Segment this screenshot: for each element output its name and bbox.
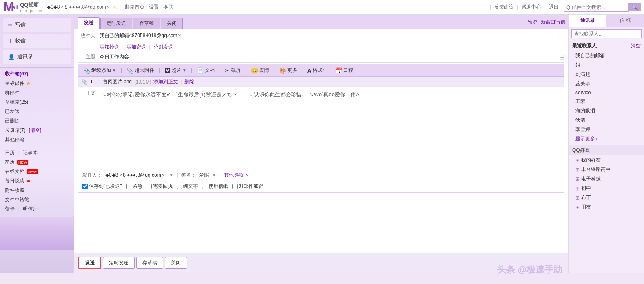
opt-encrypt[interactable]: 对邮件加密 [232,183,263,190]
opt-save-sent-checkbox[interactable] [82,184,88,189]
sidebar-inbox[interactable]: 收件箱(67) [0,69,74,79]
notes-label: 记事本 [23,149,38,156]
contact-5[interactable]: 王豪 [569,97,644,106]
photo-label: 照片 [171,67,181,74]
compose-top-right: 预览 新窗口写信 [528,19,565,27]
warn-icon: ⚠ [113,4,117,10]
qq-group-4[interactable]: ⊞ 布丁 [569,193,644,202]
tab-scheduled[interactable]: 定时发送 [100,18,132,29]
photo-icon: 🖼 [164,67,170,74]
contact-2[interactable]: 刘满超 [569,70,644,79]
sidebar-groups[interactable]: 群邮件 [0,88,74,98]
sidebar-starred[interactable]: 星标邮件 ★ [0,79,74,88]
qq-group-3[interactable]: ⊞ 初中 [569,184,644,193]
separate-send-link[interactable]: 分别发送 [153,44,173,50]
sidebar-trash[interactable]: 已删除 [0,116,74,126]
sidebar-greeting[interactable]: 贺卡 ｜ 明信片 [0,204,74,214]
doc-btn[interactable]: 📄 文档 [195,66,216,75]
sidebar-drafts[interactable]: 草稿箱(25) [0,98,74,107]
add-to-body-link[interactable]: 添加到正文 [153,78,178,85]
contact-search-input[interactable] [571,29,642,38]
delete-attachment-link[interactable]: 删除 [184,78,194,85]
write-button[interactable]: ✏ 写信 [3,18,71,32]
nav-home[interactable]: 邮箱首页 [125,4,144,11]
calendar-btn[interactable]: 📅 日程 [333,66,355,75]
sidebar-resume[interactable]: 简历 NEW [0,158,74,167]
opt-stationery[interactable]: 使用信纸 [202,183,228,190]
receive-button[interactable]: ⬇ 收信 [3,34,71,48]
opt-urgent[interactable]: 紧急 [126,183,142,190]
show-more-contacts[interactable]: 显示更多↓ [569,134,644,144]
opt-encrypt-checkbox[interactable] [232,184,238,189]
tab-send[interactable]: 发送 [78,17,100,29]
search-input[interactable] [564,3,629,12]
opt-save-sent[interactable]: 保存到"已发送" [82,183,122,190]
emoji-btn[interactable]: 😊 表情 [249,66,271,75]
search-button[interactable]: 🔍 [629,3,641,11]
online-doc-label: 在线文档 [5,168,24,175]
body-editor[interactable]: ↘对你の承诺,爱你永远不变✔ `生命最后(1)秒还是メち;? ↘.认识你此生都会… [98,87,564,169]
sign-dropdown-icon[interactable]: ▼ [212,173,216,178]
tab-stationery[interactable]: 信 纸 [606,15,644,27]
action-sep-8 [330,68,330,73]
other-options-link[interactable]: 其他选项 ∧ [224,172,249,179]
sidebar-online-doc[interactable]: 在线文档 NEW [0,167,74,176]
nav-skin[interactable]: 换肤 [163,4,173,11]
contact-service[interactable]: service [569,89,644,97]
contact-7[interactable]: 狄洁 [569,115,644,125]
qq-group-0[interactable]: ⊞ 我的好友 [569,155,644,165]
opt-plain-text[interactable]: 纯文本 [177,183,198,190]
contact-6[interactable]: 海的眼泪 [569,106,644,115]
tab-close[interactable]: 关闭 [161,18,183,29]
sidebar-sent[interactable]: 已发送 [0,107,74,116]
grid-icon[interactable]: ⊞ [559,53,564,61]
add-bcc-link[interactable]: 添加密送 [127,44,146,50]
bottom-close-button[interactable]: 关闭 [165,257,187,269]
clear-button[interactable]: 清空 [631,42,641,49]
sidebar-junk[interactable]: 垃圾箱(7) [清空] [0,126,74,135]
opt-receipt-checkbox[interactable] [147,184,152,189]
continue-add-btn[interactable]: 📎 继续添加 ▼ [82,66,118,75]
sidebar-other-mail[interactable]: 其他邮箱 [0,135,74,144]
sidebar-attachments[interactable]: 附件收藏 [0,186,74,195]
contacts-sidebar-button[interactable]: 👤 通讯录 [3,50,71,64]
add-cc-link[interactable]: 添加抄送 [100,44,119,50]
bottom-draft-button[interactable]: 存草稿 [136,257,163,269]
contact-8[interactable]: 李雪娇 [569,125,644,134]
newwin-link[interactable]: 新窗口写信 [541,19,565,26]
opt-urgent-checkbox[interactable] [126,184,131,189]
sender-dropdown-icon[interactable]: ▼ [169,173,173,178]
sidebar-daily-read[interactable]: 每日悦读 [0,176,74,186]
screenshot-btn[interactable]: ✂ 截屏 [223,66,242,75]
opt-plain-text-checkbox[interactable] [177,184,182,189]
logout-link[interactable]: 退出 [549,4,559,11]
qq-group-5[interactable]: ⊞ 朋友 [569,202,644,212]
photo-btn[interactable]: 🖼 照片 ▼ [163,66,188,75]
format-btn[interactable]: A 格式↑ [306,66,326,75]
contact-3[interactable]: 蓝美珍 [569,79,644,89]
sign-sep: | [220,173,221,178]
preview-link[interactable]: 预览 [528,19,537,26]
qq-group-2[interactable]: ⊞ 电子科技 [569,174,644,184]
recent-label: 最近联系人 [572,42,597,49]
sidebar-file-transfer[interactable]: 文件中转站 [0,195,74,204]
bottom-scheduled-button[interactable]: 定时发送 [103,257,135,269]
opt-stationery-checkbox[interactable] [202,184,207,189]
tab-draft[interactable]: 存草稿 [133,18,160,29]
to-input[interactable] [98,32,564,39]
more-btn[interactable]: 🎨 更多 [278,66,299,75]
opt-receipt[interactable]: 需要回执 [147,183,173,190]
feedback-link[interactable]: 反馈建议 [494,4,514,11]
tab-contacts[interactable]: 通讯录 [569,15,606,27]
nav-settings[interactable]: 设置 [149,4,159,11]
bottom-send-button[interactable]: 发送 [78,257,101,269]
sidebar-calendar[interactable]: 日历 ｜ 记事本 [0,148,74,158]
subject-input[interactable] [98,53,559,61]
help-link[interactable]: 帮助中心 [522,4,541,11]
contact-1[interactable]: 姐 [569,60,644,70]
contact-self[interactable]: 我自己的邮箱 [569,51,644,60]
large-attach-btn[interactable]: 📎 超大附件 [125,66,156,75]
daily-read-dot [27,180,30,182]
qq-group-1[interactable]: ⊞ 丰台铁路高中 [569,165,644,174]
junk-clear[interactable]: [清空] [29,127,42,134]
